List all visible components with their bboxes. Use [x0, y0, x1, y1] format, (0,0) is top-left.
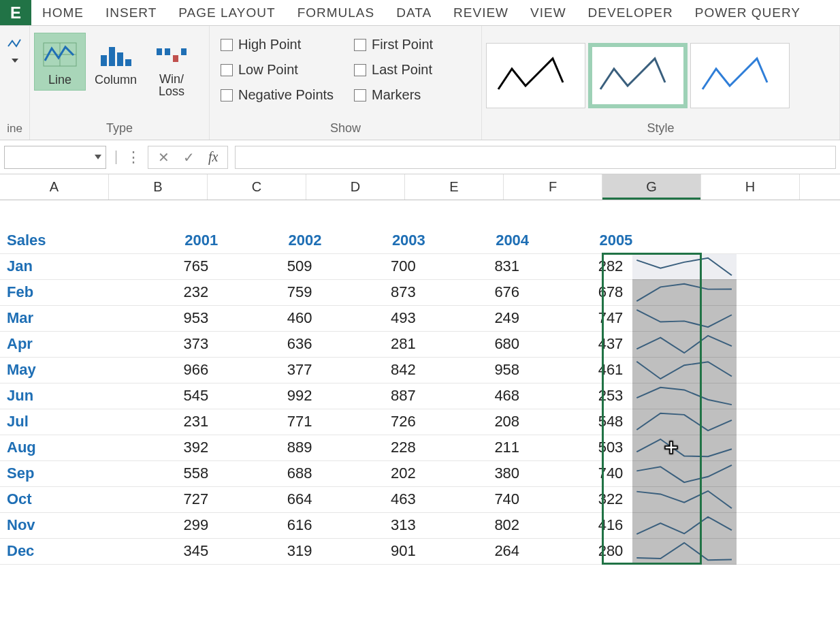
data-cell[interactable]: 322 — [529, 486, 632, 512]
data-cell[interactable]: 228 — [322, 435, 425, 460]
data-cell[interactable]: 700 — [322, 253, 425, 279]
tab-formulas[interactable]: FORMULAS — [287, 0, 386, 25]
data-cell[interactable]: 771 — [218, 409, 321, 435]
sparkline-cell[interactable] — [632, 460, 736, 486]
data-cell[interactable]: 493 — [322, 305, 425, 331]
data-cell[interactable]: 966 — [114, 357, 218, 383]
sparkline-cell[interactable] — [632, 538, 736, 564]
data-cell[interactable]: 377 — [218, 357, 321, 383]
data-cell[interactable]: 281 — [322, 331, 425, 357]
data-cell[interactable]: 345 — [114, 538, 218, 564]
data-cell[interactable]: 759 — [218, 279, 321, 305]
sparkline-type-winloss-button[interactable]: Win/ Loss — [146, 33, 197, 101]
data-cell[interactable]: 992 — [218, 383, 321, 409]
sparkline-cell[interactable] — [632, 279, 736, 305]
data-cell[interactable]: 636 — [218, 331, 321, 357]
checkbox-first-point[interactable]: First Point — [354, 37, 433, 52]
column-header-H[interactable]: H — [701, 174, 800, 200]
column-header-G[interactable]: G — [602, 174, 701, 200]
sparkline-style-1[interactable] — [486, 43, 585, 108]
sparkline-cell[interactable] — [632, 383, 736, 409]
tab-home[interactable]: HOME — [31, 0, 95, 25]
column-header-C[interactable]: C — [208, 174, 306, 200]
sparkline-cell[interactable] — [632, 435, 736, 460]
data-cell[interactable]: 958 — [425, 357, 529, 383]
data-cell[interactable]: 831 — [425, 253, 529, 279]
formula-input[interactable] — [235, 146, 836, 169]
sparkline-style-2[interactable] — [588, 43, 688, 108]
data-cell[interactable]: 873 — [322, 279, 425, 305]
tab-power-query[interactable]: POWER QUERY — [684, 0, 811, 25]
checkbox-markers[interactable]: Markers — [354, 87, 433, 103]
data-cell[interactable]: 727 — [114, 486, 218, 512]
column-header-F[interactable]: F — [504, 174, 602, 200]
data-cell[interactable]: 802 — [425, 512, 529, 538]
edit-sparkline-fragment[interactable] — [1, 30, 29, 63]
column-header-E[interactable]: E — [405, 174, 504, 200]
data-cell[interactable]: 299 — [114, 512, 218, 538]
sparkline-cell[interactable] — [632, 331, 736, 357]
sparkline-cell[interactable] — [632, 253, 736, 279]
tab-data[interactable]: DATA — [385, 0, 442, 25]
tab-insert[interactable]: INSERT — [95, 0, 167, 25]
data-cell[interactable]: 558 — [114, 460, 218, 486]
data-cell[interactable]: 765 — [114, 253, 218, 279]
column-header-A[interactable]: A — [0, 174, 109, 200]
data-cell[interactable]: 678 — [529, 279, 632, 305]
data-cell[interactable]: 202 — [322, 460, 425, 486]
tab-page-layout[interactable]: PAGE LAYOUT — [167, 0, 286, 25]
sparkline-type-line-button[interactable]: Line — [34, 33, 86, 91]
worksheet[interactable]: ABCDEFGH Sales20012002200320042005 Jan76… — [0, 174, 840, 565]
data-cell[interactable]: 460 — [218, 305, 321, 331]
data-cell[interactable]: 211 — [425, 435, 529, 460]
data-cell[interactable]: 380 — [425, 460, 529, 486]
sparkline-cell[interactable] — [632, 305, 736, 331]
data-cell[interactable]: 282 — [529, 253, 632, 279]
data-cell[interactable]: 264 — [425, 538, 529, 564]
data-cell[interactable]: 676 — [425, 279, 529, 305]
data-cell[interactable]: 509 — [218, 253, 321, 279]
data-cell[interactable]: 740 — [425, 486, 529, 512]
fx-icon[interactable]: fx — [208, 149, 218, 165]
tab-review[interactable]: REVIEW — [442, 0, 519, 25]
data-cell[interactable]: 232 — [114, 279, 218, 305]
data-cell[interactable]: 313 — [322, 512, 425, 538]
data-cell[interactable]: 503 — [529, 435, 632, 460]
data-cell[interactable]: 887 — [322, 383, 425, 409]
data-cell[interactable]: 373 — [114, 331, 218, 357]
data-cell[interactable]: 688 — [218, 460, 321, 486]
tab-developer[interactable]: DEVELOPER — [577, 0, 684, 25]
data-cell[interactable]: 392 — [114, 435, 218, 460]
column-header-B[interactable]: B — [109, 174, 208, 200]
data-cell[interactable]: 468 — [425, 383, 529, 409]
sparkline-cell[interactable] — [632, 512, 736, 538]
data-cell[interactable]: 280 — [529, 538, 632, 564]
data-cell[interactable]: 548 — [529, 409, 632, 435]
data-cell[interactable]: 842 — [322, 357, 425, 383]
data-cell[interactable]: 231 — [114, 409, 218, 435]
checkbox-low-point[interactable]: Low Point — [221, 62, 334, 78]
enter-icon[interactable]: ✓ — [183, 149, 195, 166]
data-cell[interactable]: 461 — [529, 357, 632, 383]
data-cell[interactable]: 437 — [529, 331, 632, 357]
data-cell[interactable]: 416 — [529, 512, 632, 538]
checkbox-high-point[interactable]: High Point — [221, 37, 334, 52]
data-cell[interactable]: 953 — [114, 305, 218, 331]
data-cell[interactable]: 319 — [218, 538, 321, 564]
data-cell[interactable]: 901 — [322, 538, 425, 564]
sparkline-cell[interactable] — [632, 409, 736, 435]
sparkline-cell[interactable] — [632, 486, 736, 512]
data-cell[interactable]: 664 — [218, 486, 321, 512]
name-box[interactable] — [4, 146, 106, 169]
data-cell[interactable]: 249 — [425, 305, 529, 331]
data-cell[interactable]: 253 — [529, 383, 632, 409]
tab-view[interactable]: VIEW — [519, 0, 577, 25]
data-cell[interactable]: 747 — [529, 305, 632, 331]
sparkline-cell[interactable] — [632, 357, 736, 383]
checkbox-last-point[interactable]: Last Point — [354, 62, 433, 78]
data-cell[interactable]: 545 — [114, 383, 218, 409]
data-cell[interactable]: 463 — [322, 486, 425, 512]
data-cell[interactable]: 616 — [218, 512, 321, 538]
data-cell[interactable]: 680 — [425, 331, 529, 357]
sparkline-type-column-button[interactable]: Column — [90, 33, 142, 91]
